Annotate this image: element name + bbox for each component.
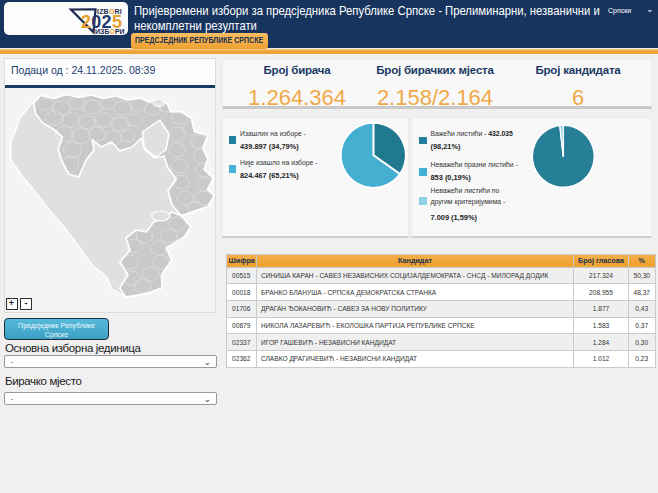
svg-text:ИЗБОРИ: ИЗБОРИ xyxy=(95,28,125,35)
